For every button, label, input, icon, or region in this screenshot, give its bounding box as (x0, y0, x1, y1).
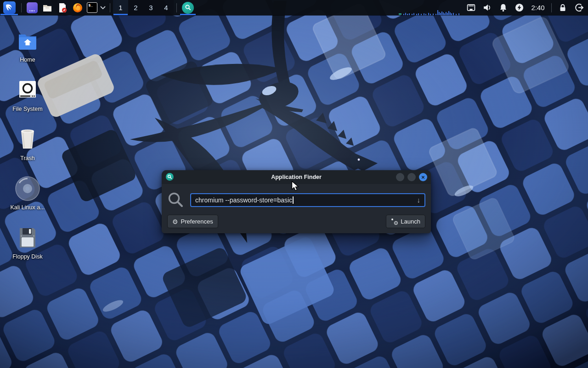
top-panel: $_ 1 2 3 4 (0, 0, 588, 15)
desktop-icon-trash[interactable]: Trash (6, 124, 49, 173)
desktop-icon-kali-linux-cd[interactable]: Kali Linux a... (6, 173, 49, 223)
hard-drive-icon (18, 80, 37, 100)
desktop-icon-label: Home (20, 57, 35, 63)
workspace-1[interactable]: 1 (113, 0, 128, 15)
workspace-4[interactable]: 4 (158, 0, 174, 15)
ethernet-icon (466, 3, 476, 12)
launcher-terminal[interactable]: $_ (85, 0, 99, 15)
launch-button-label: Launch (401, 218, 420, 225)
terminal-icon: $_ (87, 2, 97, 13)
dropdown-arrow-icon[interactable]: ↓ (417, 196, 421, 203)
close-icon: ✕ (421, 175, 425, 180)
panel-separator (110, 3, 110, 12)
desktop-icon-label: Kali Linux a... (10, 204, 45, 211)
app-window-icon (27, 2, 38, 13)
text-editor-icon (57, 2, 68, 13)
desktop-screen: $_ 1 2 3 4 (0, 0, 588, 368)
application-finder-icon (182, 2, 194, 14)
volume-tray-item[interactable] (479, 0, 495, 15)
lock-icon (558, 3, 567, 12)
launcher-file-manager[interactable] (40, 0, 55, 15)
system-monitor-graph[interactable] (398, 10, 463, 15)
panel-separator (551, 3, 552, 12)
notifications-tray-item[interactable] (495, 0, 511, 15)
command-input-value: chromium --password-store=basic (195, 196, 292, 204)
launch-button[interactable]: ⚙ Launch (386, 215, 425, 228)
power-manager-tray-item[interactable] (511, 0, 527, 15)
lock-screen-button[interactable] (554, 0, 571, 15)
volume-icon (482, 3, 492, 12)
maximize-button[interactable] (407, 173, 416, 181)
logout-icon (575, 3, 584, 12)
trash-icon (18, 128, 37, 150)
command-input[interactable]: chromium --password-store=basic ↓ (190, 193, 425, 207)
folder-icon (42, 2, 53, 13)
workspace-2[interactable]: 2 (128, 0, 143, 15)
optical-disc-icon (15, 176, 40, 201)
desktop-icon-label: File System (12, 106, 42, 112)
kali-logo-icon (3, 1, 16, 14)
panel-separator (176, 3, 177, 12)
chevron-down-icon (100, 6, 106, 10)
home-folder-icon (17, 32, 38, 50)
logout-button[interactable] (571, 0, 588, 15)
workspace-3[interactable]: 3 (143, 0, 158, 15)
network-tray-item[interactable] (463, 0, 479, 15)
firefox-icon (72, 2, 83, 13)
desktop-icon-file-system[interactable]: File System (6, 75, 49, 124)
power-bolt-icon (514, 3, 524, 12)
desktop-icon-column: Home File System (6, 26, 49, 272)
gear-icon: ⚙ (172, 218, 178, 225)
terminal-dropdown-button[interactable] (99, 0, 107, 15)
desktop-icon-home[interactable]: Home (6, 26, 49, 75)
preferences-button[interactable]: ⚙ Preferences (167, 215, 218, 228)
panel-separator (21, 3, 22, 12)
minimize-button[interactable] (396, 173, 404, 181)
desktop-icon-label: Floppy Disk (12, 253, 42, 260)
floppy-disk-icon (17, 227, 38, 248)
applications-menu-button[interactable] (0, 0, 18, 15)
launcher-app-window[interactable] (24, 0, 40, 15)
bell-icon (498, 3, 508, 12)
desktop-icon-label: Trash (20, 155, 35, 161)
search-icon (167, 191, 184, 208)
desktop-icon-floppy-disk[interactable]: Floppy Disk (6, 223, 49, 272)
window-button-application-finder[interactable] (180, 0, 196, 15)
close-button[interactable]: ✕ (419, 173, 427, 181)
mouse-cursor (291, 181, 300, 192)
launcher-firefox[interactable] (70, 0, 85, 15)
launch-icon: ⚙ (391, 218, 398, 225)
text-caret (293, 196, 294, 204)
clock[interactable]: 2:40 (527, 0, 548, 15)
preferences-button-label: Preferences (181, 218, 213, 225)
application-finder-window: Application Finder ✕ chromium --password… (162, 170, 431, 233)
launcher-text-editor[interactable] (55, 0, 70, 15)
